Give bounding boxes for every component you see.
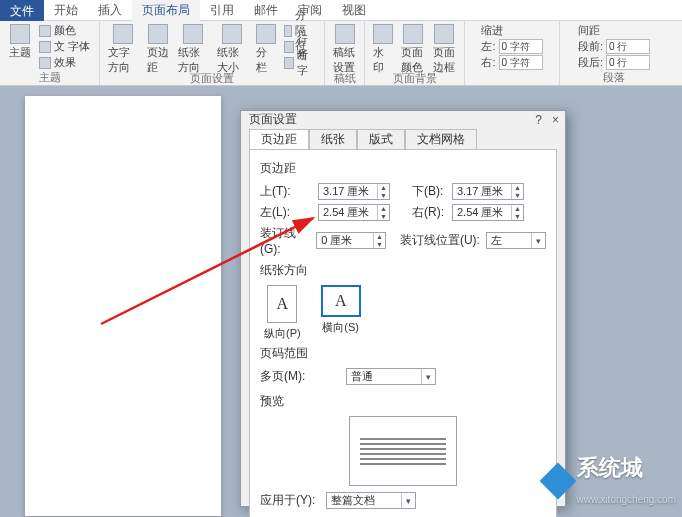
spinner-arrows[interactable]: ▲▼: [377, 184, 389, 199]
indent-right-label: 右:: [481, 55, 495, 70]
tab-page-layout[interactable]: 页面布局: [132, 0, 200, 21]
chevron-down-icon: ▾: [531, 233, 545, 248]
manuscript-button[interactable]: 稿纸设置: [331, 23, 358, 76]
spacing-head: 间距: [578, 23, 600, 38]
dialog-title-text: 页面设置: [249, 111, 297, 128]
dtab-margins[interactable]: 页边距: [249, 129, 309, 150]
ribbon: 文件 开始 插入 页面布局 引用 邮件 审阅 视图 主题 颜色 文 字体 效果 …: [0, 0, 682, 86]
indent-left-input[interactable]: 0 字符: [499, 39, 543, 54]
right-label: 右(R):: [412, 204, 446, 221]
brand-url: www.xitongcheng.com: [577, 494, 677, 505]
gutter-input[interactable]: 0 厘米▲▼: [316, 232, 386, 249]
ribbon-tabs: 文件 开始 插入 页面布局 引用 邮件 审阅 视图: [0, 0, 682, 21]
spacing-before-label: 段前:: [578, 39, 603, 54]
page-setup-dialog: 页面设置 ? × 页边距 纸张 版式 文档网格 页边距 上(T): 3.17 厘…: [240, 110, 566, 507]
apply-combo[interactable]: 整篇文档▾: [326, 492, 416, 509]
indent-left-label: 左:: [481, 39, 495, 54]
portrait-option[interactable]: A 纵向(P): [264, 285, 301, 341]
page-range-section-label: 页码范围: [260, 345, 546, 362]
right-input[interactable]: 2.54 厘米▲▼: [452, 204, 524, 221]
size-button[interactable]: 纸张大小: [215, 23, 250, 76]
watermark-button[interactable]: 水印: [371, 23, 395, 76]
margins-icon: [148, 24, 168, 44]
manuscript-icon: [335, 24, 355, 44]
ribbon-body: 主题 颜色 文 字体 效果 主题 文字方向 页边距 纸张方向 纸张大小 分栏 分…: [0, 21, 682, 86]
gutter-pos-label: 装订线位置(U):: [400, 232, 480, 249]
dtab-layout[interactable]: 版式: [357, 129, 405, 150]
left-label: 左(L):: [260, 204, 312, 221]
dtab-paper[interactable]: 纸张: [309, 129, 357, 150]
page-border-button[interactable]: 页面边框: [431, 23, 459, 76]
themes-icon: [10, 24, 30, 44]
tab-insert[interactable]: 插入: [88, 0, 132, 21]
effects-button[interactable]: 效果: [37, 55, 92, 70]
margins-button[interactable]: 页边距: [145, 23, 172, 76]
page-border-icon: [434, 24, 454, 44]
orientation-icon: [183, 24, 203, 44]
colors-icon: [39, 25, 51, 37]
tab-home[interactable]: 开始: [44, 0, 88, 21]
chevron-down-icon: ▾: [421, 369, 435, 384]
site-watermark: 系统城 www.xitongcheng.com: [545, 453, 677, 509]
multi-page-combo[interactable]: 普通▾: [346, 368, 436, 385]
close-icon[interactable]: ×: [552, 113, 559, 127]
group-page-setup: 文字方向 页边距 纸张方向 纸张大小 分栏 分隔符 行号 断字 页面设置: [100, 21, 325, 85]
effects-icon: [39, 57, 51, 69]
tab-mailings[interactable]: 邮件: [244, 0, 288, 21]
size-icon: [222, 24, 242, 44]
bottom-input[interactable]: 3.17 厘米▲▼: [452, 183, 524, 200]
group-spacing-label: 段落: [566, 70, 662, 87]
portrait-label: 纵向(P): [264, 326, 301, 341]
left-input[interactable]: 2.54 厘米▲▼: [318, 204, 390, 221]
line-numbers-icon: [284, 41, 295, 53]
bottom-label: 下(B):: [412, 183, 446, 200]
logo-icon: [539, 463, 576, 500]
indent-right-input[interactable]: 0 字符: [499, 55, 543, 70]
margins-section-label: 页边距: [260, 160, 546, 177]
hyphenation-icon: [284, 57, 295, 69]
spacing-before-input[interactable]: 0 行: [606, 39, 650, 54]
indent-head: 缩进: [481, 23, 503, 38]
themes-button[interactable]: 主题: [7, 23, 33, 61]
orientation-group: A 纵向(P) A 横向(S): [264, 285, 546, 341]
top-label: 上(T):: [260, 183, 312, 200]
fonts-button[interactable]: 文 字体: [37, 39, 92, 54]
group-indent: 缩进 左:0 字符 右:0 字符: [465, 21, 560, 85]
preview-section-label: 预览: [260, 393, 546, 410]
landscape-option[interactable]: A 横向(S): [321, 285, 361, 341]
tab-view[interactable]: 视图: [332, 0, 376, 21]
text-direction-icon: [113, 24, 133, 44]
tab-references[interactable]: 引用: [200, 0, 244, 21]
colors-button[interactable]: 颜色: [37, 23, 92, 38]
dtab-grid[interactable]: 文档网格: [405, 129, 477, 150]
spacing-after-input[interactable]: 0 行: [606, 55, 650, 70]
landscape-icon: A: [335, 292, 347, 310]
page-color-button[interactable]: 页面颜色: [399, 23, 427, 76]
dialog-tabs: 页边距 纸张 版式 文档网格: [241, 128, 565, 149]
dialog-body: 页边距 上(T): 3.17 厘米▲▼ 下(B): 3.17 厘米▲▼ 左(L)…: [249, 149, 557, 517]
gutter-label: 装订线(G):: [260, 225, 310, 256]
apply-label: 应用于(Y):: [260, 492, 320, 509]
orientation-section-label: 纸张方向: [260, 262, 546, 279]
chevron-down-icon: ▾: [401, 493, 415, 508]
gutter-pos-combo[interactable]: 左▾: [486, 232, 546, 249]
group-spacing: 间距 段前:0 行 段后:0 行 段落: [560, 21, 668, 85]
group-theme: 主题 颜色 文 字体 效果 主题: [0, 21, 100, 85]
text-direction-button[interactable]: 文字方向: [106, 23, 141, 76]
multi-page-label: 多页(M):: [260, 368, 312, 385]
help-icon[interactable]: ?: [535, 113, 542, 127]
group-page-background: 水印 页面颜色 页面边框 页面背景: [365, 21, 465, 85]
group-manuscript: 稿纸设置 稿纸: [325, 21, 365, 85]
preview-thumbnail: [349, 416, 457, 486]
columns-icon: [256, 24, 276, 44]
watermark-icon: [373, 24, 393, 44]
top-input[interactable]: 3.17 厘米▲▼: [318, 183, 390, 200]
document-page[interactable]: [25, 96, 221, 516]
dialog-titlebar[interactable]: 页面设置 ? ×: [241, 111, 565, 128]
columns-button[interactable]: 分栏: [254, 23, 278, 76]
hyphenation-button[interactable]: 断字: [282, 55, 318, 70]
spacing-after-label: 段后:: [578, 55, 603, 70]
breaks-icon: [284, 25, 292, 37]
orientation-button[interactable]: 纸张方向: [176, 23, 211, 76]
tab-file[interactable]: 文件: [0, 0, 44, 21]
